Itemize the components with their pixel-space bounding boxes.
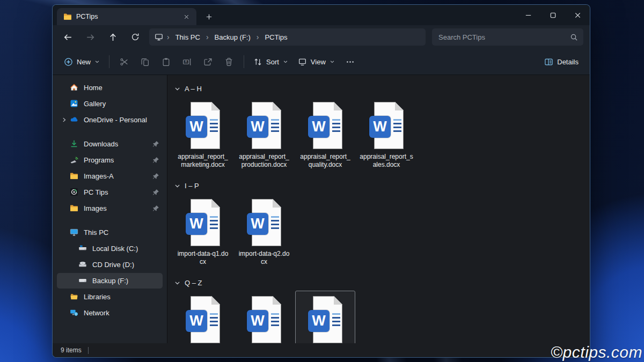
file-tile[interactable]: Wsales_data_2024.docx — [295, 291, 355, 343]
sidebar-item-label: Network — [84, 309, 159, 317]
sort-button[interactable]: Sort — [248, 54, 293, 70]
sidebar-item-label: Libraries — [84, 293, 159, 301]
sidebar-item-images[interactable]: Images — [57, 201, 163, 216]
new-button-label: New — [77, 58, 91, 66]
breadcrumb-item-this-pc[interactable]: This PC — [173, 32, 202, 43]
search-box[interactable] — [432, 28, 583, 46]
file-tile[interactable]: Wappraisal_report_production.docx — [234, 97, 294, 172]
file-name: import-data-q1.docx — [176, 250, 230, 266]
share-button[interactable] — [197, 53, 218, 71]
group-header-a-h[interactable]: A – H — [174, 83, 590, 94]
sidebar-item-programs[interactable]: Programs — [57, 152, 163, 168]
sidebar-item-label: Programs — [84, 156, 149, 164]
file-tile[interactable]: Wappraisal_report_sales.docx — [356, 97, 416, 172]
expander-spacer — [60, 156, 68, 164]
group-label: A – H — [185, 85, 202, 93]
group-header-q-z[interactable]: Q – Z — [174, 277, 590, 289]
sidebar-item-backup-f[interactable]: Backup (F:) — [57, 273, 163, 289]
sidebar-item-network[interactable]: Network — [57, 305, 163, 321]
details-pane-icon — [544, 57, 553, 67]
refresh-button[interactable] — [127, 28, 144, 46]
sidebar-item-this-pc[interactable]: This PC — [57, 225, 163, 240]
more-options-button[interactable] — [340, 53, 361, 71]
chevron-down-icon — [283, 59, 288, 64]
downloads-icon — [70, 139, 79, 149]
chevron-down-icon — [174, 279, 181, 286]
new-plus-icon — [64, 57, 73, 67]
main-area: HomeGalleryOneDrive - PersonalDownloadsP… — [53, 75, 590, 343]
gallery-icon — [70, 99, 79, 108]
paste-button[interactable] — [156, 53, 177, 71]
new-tab-button[interactable] — [203, 11, 215, 23]
file-tile[interactable]: Wappraisal_report_marketing.docx — [173, 97, 233, 172]
sidebar-item-libraries[interactable]: Libraries — [57, 289, 163, 305]
word-doc-icon: W — [247, 199, 281, 246]
folder-icon — [70, 172, 79, 181]
pctips-icon — [70, 188, 79, 197]
file-tile[interactable]: Wimport-data-q2.docx — [234, 194, 294, 269]
tab-close-icon[interactable] — [180, 11, 192, 23]
sidebar-item-label: Gallery — [84, 100, 159, 108]
sidebar-item-label: Local Disk (C:) — [92, 245, 159, 253]
sidebar-item-label: Downloads — [84, 140, 149, 148]
sidebar-item-local-disk-c[interactable]: Local Disk (C:) — [57, 241, 163, 256]
sidebar-item-onedrive-personal[interactable]: OneDrive - Personal — [57, 112, 163, 128]
copy-button[interactable] — [135, 53, 156, 71]
chevron-down-icon — [174, 85, 181, 92]
svg-text:A: A — [185, 60, 187, 63]
sidebar-item-label: This PC — [84, 228, 159, 237]
file-tile[interactable]: Wsales_data_2022.docx — [173, 291, 233, 343]
forward-button[interactable] — [82, 28, 99, 46]
breadcrumb-item-pctips[interactable]: PCTips — [262, 32, 289, 43]
new-button[interactable]: New — [59, 54, 105, 70]
sidebar-item-label: OneDrive - Personal — [84, 116, 159, 124]
close-button[interactable] — [565, 5, 590, 25]
maximize-button[interactable] — [540, 5, 565, 25]
sidebar-item-label: PC Tips — [84, 188, 149, 196]
expander-spacer — [60, 84, 68, 92]
rename-button[interactable]: A — [177, 53, 197, 71]
word-doc-icon: W — [186, 296, 220, 343]
backup-drive-icon — [78, 276, 87, 285]
sidebar-item-images-a[interactable]: Images-A — [57, 168, 163, 184]
chevron-right-icon[interactable] — [60, 116, 68, 124]
details-button[interactable]: Details — [539, 54, 583, 70]
breadcrumb-item-backup-f[interactable]: Backup (F:) — [213, 32, 253, 43]
pin-icon — [152, 205, 159, 212]
sidebar-item-cd-drive-d[interactable]: CD Drive (D:) — [57, 257, 163, 272]
explorer-tab[interactable]: PCTips — [57, 8, 196, 25]
file-name: appraisal_report_quality.docx — [298, 153, 352, 169]
sidebar-item-gallery[interactable]: Gallery — [57, 96, 163, 112]
sidebar-item-downloads[interactable]: Downloads — [57, 136, 163, 152]
word-doc-icon: W — [247, 296, 281, 343]
scissors-icon — [120, 57, 129, 67]
file-tile[interactable]: Wimport-data-q1.docx — [173, 194, 233, 269]
expander-spacer — [60, 204, 68, 212]
expander-spacer — [60, 100, 68, 108]
search-icon — [570, 33, 578, 41]
delete-button[interactable] — [218, 53, 239, 71]
search-input[interactable] — [437, 33, 570, 42]
breadcrumb[interactable]: ›This PC›Backup (F:)›PCTips — [149, 28, 426, 46]
sidebar-item-pc-tips[interactable]: PC Tips — [57, 184, 163, 200]
file-tile[interactable]: Wappraisal_report_quality.docx — [295, 97, 355, 172]
view-button[interactable]: View — [293, 54, 340, 70]
group-header-i-p[interactable]: I – P — [174, 180, 590, 191]
chevron-down-icon — [94, 59, 100, 64]
cut-button[interactable] — [114, 53, 135, 71]
sidebar-item-home[interactable]: Home — [57, 80, 163, 95]
expander-spacer — [60, 188, 68, 196]
group-label: Q – Z — [185, 279, 202, 287]
expander-spacer — [60, 172, 68, 180]
up-button[interactable] — [104, 28, 121, 46]
breadcrumb-separator: › — [163, 33, 173, 41]
word-doc-icon: W — [369, 102, 404, 149]
copy-icon — [141, 57, 150, 67]
share-icon — [203, 57, 213, 67]
expander-spacer — [69, 245, 77, 253]
word-doc-icon: W — [308, 296, 342, 343]
network-icon — [70, 308, 79, 317]
back-button[interactable] — [59, 28, 76, 46]
minimize-button[interactable] — [516, 5, 540, 25]
file-tile[interactable]: Wsales_data_2023.docx — [234, 291, 294, 343]
